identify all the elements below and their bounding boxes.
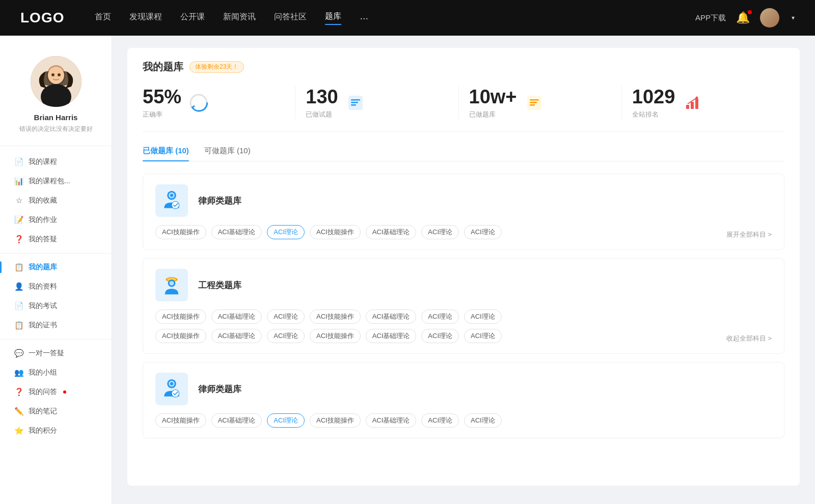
tag-e1-r2-3[interactable]: ACI技能操作	[310, 329, 361, 343]
tag-l1-4[interactable]: ACI基础理论	[366, 225, 417, 239]
sidebar-item-favorites[interactable]: ☆ 我的收藏	[0, 191, 112, 210]
sidebar-item-qa[interactable]: ❓ 我的答疑	[0, 230, 112, 249]
tag-l1-6[interactable]: ACI理论	[464, 225, 502, 239]
svg-rect-16	[530, 104, 535, 106]
svg-rect-14	[530, 99, 539, 101]
nav-news[interactable]: 新闻资讯	[223, 12, 256, 24]
questions-dot-badge	[63, 390, 66, 394]
bank-tags-lawyer-1: ACI技能操作 ACI基础理论 ACI理论 ACI技能操作 ACI基础理论 AC…	[155, 225, 721, 239]
tag-e1-r1-3[interactable]: ACI技能操作	[310, 310, 361, 324]
sidebar-label-group: 我的小组	[29, 368, 57, 377]
bank-section-lawyer-2: 律师类题库 ACI技能操作 ACI基础理论 ACI理论 ACI技能操作 ACI基…	[143, 362, 784, 438]
svg-rect-17	[686, 105, 689, 109]
tag-e1-r1-6[interactable]: ACI理论	[464, 310, 502, 324]
rank-label: 全站排名	[632, 110, 675, 119]
notification-bell[interactable]: 🔔	[736, 11, 750, 24]
nav-more[interactable]: ···	[360, 12, 368, 24]
sidebar-item-one-on-one[interactable]: 💬 一对一答疑	[0, 344, 112, 363]
svg-point-28	[170, 281, 174, 286]
svg-point-8	[194, 98, 204, 108]
tag-e1-r1-0[interactable]: ACI技能操作	[155, 310, 206, 324]
sidebar-item-profile[interactable]: 👤 我的资料	[0, 277, 112, 296]
app-download-link[interactable]: APP下载	[695, 13, 726, 23]
svg-rect-19	[695, 99, 698, 109]
page-title: 我的题库	[143, 60, 183, 74]
nav-menu: 首页 发现课程 公开课 新闻资讯 问答社区 题库 ···	[95, 11, 695, 25]
correct-rate-number: 55%	[143, 86, 181, 108]
sidebar-item-points[interactable]: ⭐ 我的积分	[0, 421, 112, 440]
sidebar-item-bank[interactable]: 📋 我的题库	[0, 258, 112, 277]
user-avatar[interactable]	[760, 8, 779, 27]
tag-l1-1[interactable]: ACI基础理论	[211, 225, 262, 239]
tag-l2-0[interactable]: ACI技能操作	[155, 413, 206, 428]
expand-lawyer-1[interactable]: 展开全部科目 >	[726, 230, 772, 239]
svg-point-5	[51, 73, 55, 76]
main-content: 我的题库 体验剩余23天！ 55% 正确率	[112, 36, 815, 504]
tag-l2-6[interactable]: ACI理论	[464, 413, 502, 428]
nav-bank[interactable]: 题库	[325, 11, 341, 25]
tag-e1-r1-1[interactable]: ACI基础理论	[211, 310, 262, 324]
sidebar-label-one-on-one: 一对一答疑	[29, 349, 64, 358]
navbar-right: APP下载 🔔 ▾	[695, 8, 795, 27]
notes-icon: ✏️	[14, 407, 23, 416]
nav-discover[interactable]: 发现课程	[129, 12, 162, 24]
sidebar-item-questions[interactable]: ❓ 我的问答	[0, 382, 112, 402]
tag-e1-r1-5[interactable]: ACI理论	[421, 310, 459, 324]
stat-done-questions: 130 已做试题	[295, 86, 458, 119]
tag-e1-r2-5[interactable]: ACI理论	[421, 329, 459, 343]
nav-qa[interactable]: 问答社区	[274, 12, 307, 24]
tag-l2-2[interactable]: ACI理论	[267, 413, 305, 428]
collapse-engineer-1[interactable]: 收起全部科目 >	[726, 334, 772, 343]
tag-l2-5[interactable]: ACI理论	[421, 413, 459, 428]
bank-icon-engineer-1	[155, 269, 188, 301]
stats-row: 55% 正确率 130 已做试题	[143, 86, 784, 132]
tab-available-banks[interactable]: 可做题库 (10)	[204, 146, 251, 161]
logo: LOGO	[20, 10, 64, 26]
sidebar: Brian Harris 错误的决定比没有决定要好 📄 我的课程 📊 我的课程包…	[0, 36, 112, 504]
tag-l1-3[interactable]: ACI技能操作	[310, 225, 361, 239]
svg-rect-11	[351, 102, 358, 103]
tag-e1-r2-0[interactable]: ACI技能操作	[155, 329, 206, 343]
bank-section-engineer-1: 工程类题库 ACI技能操作 ACI基础理论 ACI理论 ACI技能操作 ACI基…	[143, 258, 784, 354]
tag-l2-3[interactable]: ACI技能操作	[310, 413, 361, 428]
sidebar-item-notes[interactable]: ✏️ 我的笔记	[0, 402, 112, 421]
course-icon: 📄	[14, 157, 23, 166]
favorites-icon: ☆	[14, 196, 23, 205]
one-on-one-icon: 💬	[14, 349, 23, 358]
tag-l1-5[interactable]: ACI理论	[421, 225, 459, 239]
sidebar-item-homework[interactable]: 📝 我的作业	[0, 210, 112, 230]
done-banks-number: 10w+	[469, 86, 517, 108]
done-questions-label: 已做试题	[306, 110, 338, 119]
sidebar-profile: Brian Harris 错误的决定比没有决定要好	[0, 46, 112, 142]
sidebar-item-course[interactable]: 📄 我的课程	[0, 152, 112, 172]
nav-home[interactable]: 首页	[95, 12, 111, 24]
nav-open-course[interactable]: 公开课	[180, 12, 205, 24]
tag-e1-r1-2[interactable]: ACI理论	[267, 310, 305, 324]
tag-e1-r2-1[interactable]: ACI基础理论	[211, 329, 262, 343]
trial-badge: 体验剩余23天！	[189, 61, 244, 73]
user-menu-chevron[interactable]: ▾	[792, 14, 795, 21]
profile-icon: 👤	[14, 282, 23, 291]
sidebar-item-exam[interactable]: 📄 我的考试	[0, 296, 112, 316]
sidebar-label-exam: 我的考试	[29, 301, 57, 311]
sidebar-label-profile: 我的资料	[29, 282, 57, 291]
sidebar-item-certificate[interactable]: 📋 我的证书	[0, 316, 112, 335]
sidebar-item-course-package[interactable]: 📊 我的课程包...	[0, 172, 112, 191]
stat-correct-rate: 55% 正确率	[143, 86, 295, 119]
tag-l2-1[interactable]: ACI基础理论	[211, 413, 262, 428]
bank-icon-lawyer-2	[155, 373, 188, 405]
navbar: LOGO 首页 发现课程 公开课 新闻资讯 问答社区 题库 ··· APP下载 …	[0, 0, 815, 36]
tab-done-banks[interactable]: 已做题库 (10)	[143, 146, 189, 161]
tag-l1-2[interactable]: ACI理论	[267, 225, 305, 239]
tag-l1-0[interactable]: ACI技能操作	[155, 225, 206, 239]
tag-e1-r2-6[interactable]: ACI理论	[464, 329, 502, 343]
sidebar-label-course-package: 我的课程包...	[29, 177, 70, 186]
svg-rect-15	[530, 102, 537, 103]
tag-l2-4[interactable]: ACI基础理论	[366, 413, 417, 428]
done-questions-icon	[345, 93, 366, 113]
tag-e1-r2-4[interactable]: ACI基础理论	[366, 329, 417, 343]
sidebar-item-group[interactable]: 👥 我的小组	[0, 363, 112, 382]
tag-e1-r2-2[interactable]: ACI理论	[267, 329, 305, 343]
tag-e1-r1-4[interactable]: ACI基础理论	[366, 310, 417, 324]
svg-rect-18	[691, 102, 694, 109]
